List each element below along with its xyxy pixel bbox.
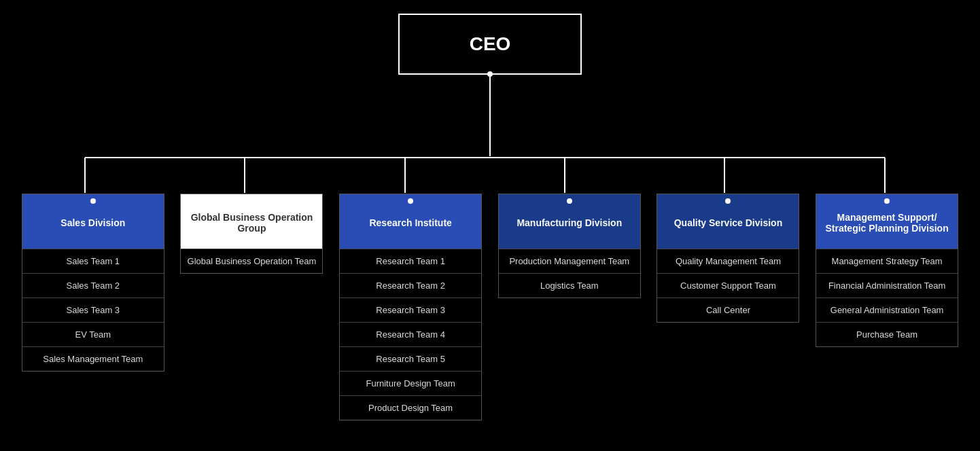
team-item: Furniture Design Team (340, 371, 481, 395)
quality-division-card: Quality Service Division Quality Managem… (657, 194, 799, 323)
team-item: EV Team (22, 322, 164, 346)
manufacturing-division-card: Manufacturing Division Production Manage… (498, 194, 641, 298)
ceo-dot (487, 71, 493, 77)
division-manufacturing: Manufacturing Division Production Manage… (498, 194, 641, 298)
manufacturing-division-title: Manufacturing Division (517, 217, 622, 228)
division-research: Research Institute Research Team 1 Resea… (339, 194, 482, 420)
team-item: Purchase Team (816, 322, 958, 346)
team-item: Global Business Operation Team (181, 249, 322, 273)
division-quality: Quality Service Division Quality Managem… (657, 194, 799, 323)
team-item: Quality Management Team (657, 249, 799, 273)
team-item: Sales Team 3 (22, 297, 164, 322)
team-item: Product Design Team (340, 395, 481, 420)
team-item: Financial Administration Team (816, 273, 958, 297)
team-item: General Administration Team (816, 297, 958, 322)
team-item: Research Team 1 (340, 249, 481, 273)
team-item: Sales Team 1 (22, 249, 164, 273)
division-sales: Sales Division Sales Team 1 Sales Team 2… (22, 194, 164, 372)
team-item: Research Team 5 (340, 346, 481, 371)
team-item: Call Center (657, 297, 799, 322)
ceo-box: CEO (398, 14, 582, 75)
research-dot (408, 198, 413, 204)
sales-division-header: Sales Division (22, 194, 164, 249)
quality-division-header: Quality Service Division (657, 194, 799, 249)
team-item: Customer Support Team (657, 273, 799, 297)
management-dot (884, 198, 890, 204)
management-division-card: Management Support/ Strategic Planning D… (816, 194, 958, 347)
sales-division-card: Sales Division Sales Team 1 Sales Team 2… (22, 194, 164, 372)
division-management: Management Support/ Strategic Planning D… (816, 194, 958, 347)
team-item: Research Team 2 (340, 273, 481, 297)
manufacturing-dot (567, 198, 572, 204)
global-division-card: Global Business Operation Group Global B… (180, 194, 323, 274)
management-division-title: Management Support/ Strategic Planning D… (823, 212, 951, 234)
quality-dot (725, 198, 731, 204)
org-chart: CEO Sales Division Sales Team 1 Sales (0, 0, 980, 448)
team-item: Research Team 3 (340, 297, 481, 322)
ceo-title: CEO (470, 33, 511, 55)
management-division-header: Management Support/ Strategic Planning D… (816, 194, 958, 249)
team-item: Logistics Team (499, 273, 640, 297)
team-item: Sales Management Team (22, 346, 164, 371)
division-global: Global Business Operation Group Global B… (180, 194, 323, 274)
manufacturing-division-header: Manufacturing Division (499, 194, 640, 249)
team-item: Sales Team 2 (22, 273, 164, 297)
sales-dot (90, 198, 96, 204)
team-item: Research Team 4 (340, 322, 481, 346)
ceo-container: CEO (0, 14, 980, 75)
team-item: Production Management Team (499, 249, 640, 273)
research-division-header: Research Institute (340, 194, 481, 249)
global-division-title: Global Business Operation Group (188, 212, 315, 234)
sales-division-title: Sales Division (60, 217, 125, 228)
connector-svg (0, 156, 980, 194)
global-division-header: Global Business Operation Group (181, 194, 322, 249)
global-dot (249, 198, 254, 204)
research-division-card: Research Institute Research Team 1 Resea… (339, 194, 482, 420)
team-item: Management Strategy Team (816, 249, 958, 273)
divisions-row: Sales Division Sales Team 1 Sales Team 2… (0, 194, 980, 420)
quality-division-title: Quality Service Division (674, 217, 783, 228)
ceo-line-down (489, 75, 491, 156)
research-division-title: Research Institute (369, 217, 451, 228)
